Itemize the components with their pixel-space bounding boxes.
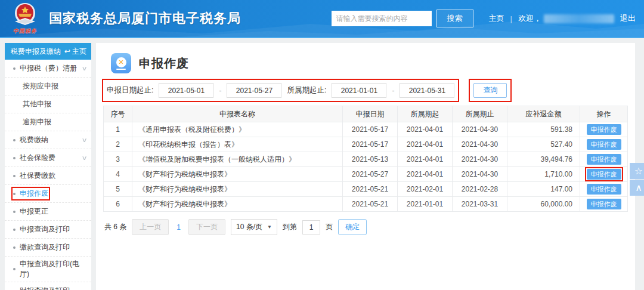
- current-page-number[interactable]: 1: [174, 223, 183, 232]
- column-header: 应补退金额: [507, 106, 580, 122]
- void-declaration-table: 序号申报表名称申报日期所属期起所属期止应补退金额操作 1 《通用申报表（税及附征…: [103, 106, 628, 212]
- row-amount: 147.00: [507, 182, 580, 197]
- declare-void-button[interactable]: 申报作废: [587, 169, 621, 180]
- welcome-label: 欢迎，: [518, 13, 541, 24]
- row-report-date: 2021-05-27: [343, 167, 398, 182]
- goto-page-input[interactable]: [302, 220, 320, 235]
- row-seq: 3: [104, 152, 132, 167]
- sidebar-item[interactable]: 申报查询及打印(电厅): [5, 257, 91, 282]
- table-body: 1 《通用申报表（税及附征税费）》 2021-05-17 2021-04-01 …: [104, 122, 628, 212]
- row-form-name: 《财产和行为税纳税申报表》: [132, 167, 343, 182]
- range-separator: -: [392, 87, 394, 95]
- declare-void-button[interactable]: 申报作废: [587, 199, 621, 209]
- close-x-icon: ✕: [118, 59, 123, 66]
- row-report-date: 2021-05-13: [343, 152, 398, 167]
- report-date-from-input[interactable]: [159, 83, 213, 98]
- sidebar-item[interactable]: 社会保险费∨: [5, 149, 91, 167]
- bullet-icon: [13, 157, 16, 159]
- period-from-input[interactable]: [332, 83, 386, 98]
- page-title-row: ✕ 申报作废: [111, 53, 628, 73]
- sidebar-item[interactable]: 税费缴纳∨: [5, 131, 91, 149]
- bullet-icon: [13, 193, 16, 195]
- row-report-date: 2021-05-21: [343, 182, 398, 197]
- range-separator: -: [219, 87, 221, 95]
- chevron-down-icon: ∨: [81, 137, 87, 143]
- sidebar-item-label: 逾期申报: [23, 117, 51, 127]
- caret-down-icon: ▼: [267, 224, 272, 230]
- row-amount: 591.38: [507, 122, 580, 137]
- sidebar-item[interactable]: 其他申报: [5, 95, 91, 113]
- period-range-label: 所属期起止:: [287, 85, 326, 95]
- search-button[interactable]: 搜索: [436, 10, 473, 27]
- declare-void-button[interactable]: 申报作废: [587, 139, 621, 150]
- row-period-end: 2021-04-30: [453, 167, 507, 182]
- row-form-name: 《增值税及附加税费申报表（一般纳税人适用）》: [132, 152, 343, 167]
- row-seq: 1: [104, 122, 132, 137]
- sidebar-item[interactable]: 社保费缴款: [5, 167, 91, 185]
- sidebar-item[interactable]: 按期应申报: [5, 78, 91, 95]
- sidebar-home-link[interactable]: ↩ 主页: [64, 47, 86, 57]
- home-link[interactable]: 主页: [489, 13, 504, 24]
- table-row: 5 《财产和行为税纳税申报表》 2021-05-21 2021-02-01 20…: [104, 182, 628, 197]
- declare-void-button[interactable]: 申报作废: [587, 154, 621, 165]
- column-header: 所属期止: [453, 106, 507, 122]
- sidebar-item[interactable]: 申报税（费）清册∨: [5, 60, 91, 78]
- row-form-name: 《财产和行为税纳税申报表》: [132, 182, 343, 197]
- bullet-icon: [13, 175, 16, 177]
- void-declaration-icon: ✕: [111, 53, 131, 73]
- back-to-top-button[interactable]: ∧: [630, 180, 644, 196]
- national-tax-emblem-icon: [13, 2, 38, 27]
- sidebar-item-label: 申报查询及打印(电厅): [20, 259, 86, 279]
- period-to-input[interactable]: [400, 83, 454, 98]
- tax-bureau-logo: 中国税务: [8, 2, 42, 35]
- confirm-page-button[interactable]: 确定: [338, 219, 367, 235]
- sidebar-item[interactable]: 申报作废: [5, 185, 91, 203]
- filter-row: 申报日期起止: - 所属期起止: - 查询: [104, 81, 628, 100]
- sidebar-item[interactable]: 申报查询及打印: [5, 221, 91, 239]
- sidebar-item[interactable]: 逾期申报: [5, 113, 91, 131]
- next-page-button[interactable]: 下一页: [188, 219, 225, 235]
- row-form-name: 《通用申报表（税及附征税费）》: [132, 122, 343, 137]
- prev-page-button[interactable]: 上一页: [132, 219, 169, 235]
- row-period-start: 2021-02-01: [398, 182, 453, 197]
- header-separator: |: [510, 14, 512, 23]
- sidebar-home-label: 主页: [72, 47, 86, 57]
- search-input[interactable]: [332, 11, 432, 26]
- row-period-start: 2021-04-01: [398, 167, 453, 182]
- back-arrow-icon: ↩: [64, 48, 70, 55]
- column-header: 申报日期: [343, 106, 398, 122]
- sidebar-item-label: 申报查询及打印: [20, 224, 70, 235]
- declare-void-button[interactable]: 申报作废: [587, 184, 621, 195]
- row-seq: 2: [104, 137, 132, 152]
- sidebar-item[interactable]: 缴款查询及打印: [5, 239, 91, 257]
- sidebar-item-label: 税费缴纳: [20, 135, 48, 145]
- bullet-icon: [13, 139, 16, 141]
- query-button-wrap: 查询: [470, 81, 510, 100]
- row-seq: 5: [104, 182, 132, 197]
- logout-link[interactable]: 退出: [620, 13, 636, 24]
- row-period-end: 2021-04-30: [453, 122, 507, 137]
- favorite-button[interactable]: ☆: [630, 163, 644, 179]
- declare-void-button[interactable]: 申报作废: [587, 124, 621, 135]
- report-date-to-input[interactable]: [227, 83, 281, 98]
- row-period-end: 2021-04-30: [453, 137, 507, 152]
- table-row: 6 《财产和行为税纳税申报表》 2021-05-21 2021-01-01 20…: [104, 197, 628, 212]
- page-size-select[interactable]: 10 条/页 ▼: [231, 219, 277, 235]
- row-amount: 60,000.00: [507, 197, 580, 212]
- row-period-start: 2021-01-01: [398, 197, 453, 212]
- bullet-icon: [13, 229, 16, 231]
- column-header: 序号: [104, 106, 132, 122]
- table-header-row: 序号申报表名称申报日期所属期起所属期止应补退金额操作: [104, 106, 628, 122]
- row-period-start: 2021-04-01: [398, 122, 453, 137]
- row-period-end: 2021-04-30: [453, 152, 507, 167]
- query-button[interactable]: 查询: [473, 83, 507, 98]
- sidebar-item-label: 财报查询及打印: [20, 286, 70, 290]
- page-unit-label: 页: [326, 222, 333, 232]
- filter-group: 申报日期起止: - 所属期起止: -: [104, 81, 457, 100]
- sidebar-item[interactable]: 申报更正: [5, 203, 91, 221]
- sidebar-item-label: 社会保险费: [20, 153, 55, 163]
- sidebar-item-label: 缴款查询及打印: [20, 242, 70, 252]
- sidebar-item[interactable]: 财报查询及打印: [5, 282, 91, 290]
- page-size-value: 10 条/页: [236, 222, 262, 232]
- sidebar-item-label: 申报作废: [20, 189, 48, 199]
